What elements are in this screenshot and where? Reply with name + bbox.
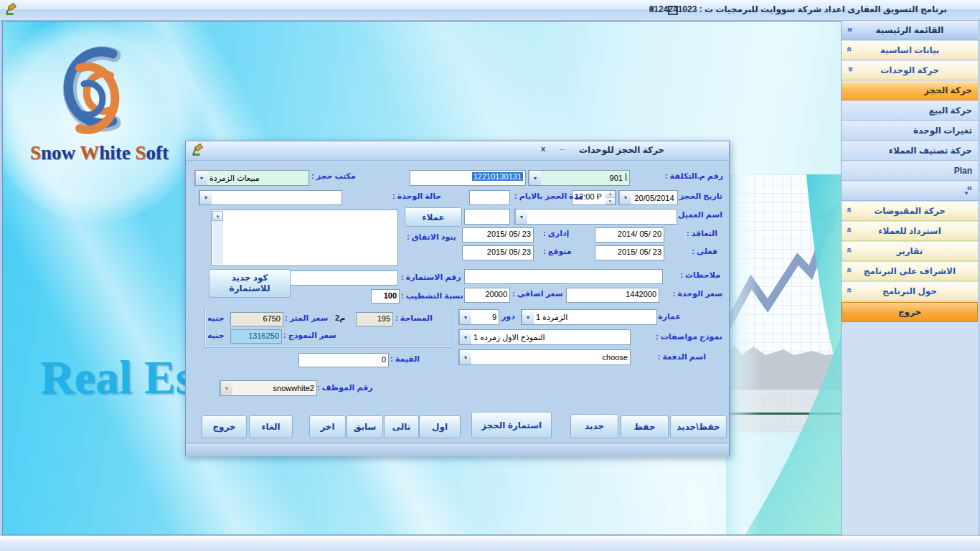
dropdown-arrow-icon[interactable]: ▼ [529,171,541,185]
next-button[interactable]: تالى [384,415,419,438]
first-button[interactable]: اول [419,415,461,438]
building-combobox[interactable]: ▼ الزمردة 1 [521,309,657,325]
save-new-button[interactable]: حفظ\جديد [670,415,727,438]
agreement-terms-listbox[interactable]: ▲ [211,209,398,266]
sidebar-label: تقارير [897,246,923,256]
unit-status-combobox[interactable]: ▼ [199,190,342,205]
dropdown-arrow-icon: ▼ [220,381,232,395]
value-label: القيمة : [390,354,420,364]
notes-input[interactable] [464,269,663,284]
window-titlebar: x _ برنامج التسويق العقارى اعداد شركة سو… [0,0,980,21]
scroll-up-icon[interactable]: ▲ [212,211,223,221]
booking-date-value: 20/05/2014 [631,191,677,204]
expected-date-value[interactable]: 2015/ 05/ 23 [462,245,534,260]
employee-value: snowwhite2 [232,381,316,395]
save-button[interactable]: حفظ [621,415,669,438]
sidebar-item-program-supervision[interactable]: »الاشراف على البرنامج [842,262,978,281]
sidebar-item-about-program[interactable]: »حول البرنامج [842,282,978,301]
cancel-button[interactable]: الغاء [249,415,293,438]
payment-name-combobox[interactable]: ▼ choose [458,349,631,365]
window-title: برنامج التسويق العقارى اعداد شركة سووايت… [649,4,947,14]
sidebar-item-unit-movement[interactable]: »حركة الوحدات [842,61,978,80]
dropdown-arrow-icon[interactable]: ▼ [459,310,471,324]
dropdown-arrow-icon[interactable]: ▼ [522,310,534,324]
client-name-combobox[interactable]: ▼ [514,209,677,225]
dialog-bottom-strip [186,443,729,456]
dropdown-arrow-icon[interactable]: ▼ [195,171,207,185]
clients-button[interactable]: عملاء [405,207,462,227]
status-bar [0,535,980,551]
area-value: 195 [356,312,393,326]
admin-date-value[interactable]: 2015/ 05/ 23 [462,227,534,242]
actual-date-value[interactable]: 2015/ 05/ 23 [595,245,664,260]
chevron-tiny-down-icon: ▼ [963,190,969,197]
admin-date-label: إدارى : [543,229,569,238]
sidebar-item-unit-changes[interactable]: تغيرات الوحدة [842,121,978,141]
sidebar-group-header[interactable]: »▼ [842,182,978,201]
sidebar-label: بيانات اساسية [880,45,940,55]
sidebar-item-plan[interactable]: Plan [842,161,978,181]
dropdown-arrow-icon[interactable]: ▼ [515,209,527,224]
sidebar-item-basic-data[interactable]: »بيانات اساسية [842,41,978,60]
booking-date-picker[interactable]: ▼ 20/05/2014 [618,190,678,205]
spec-model-combobox[interactable]: ▼ النموذج الاول زمرده 1 [458,329,631,345]
unit-price-input[interactable]: 1442000 [566,288,659,303]
sidebar-item-sale-movement[interactable]: حركة البيع [842,101,978,121]
previous-button[interactable]: سابق [347,415,383,438]
chevron-down-icon: » [844,47,855,52]
dialog-gavel-icon [191,144,202,156]
booking-office-combobox[interactable]: ▼ مبيعات الزمردة [194,170,309,186]
dropdown-arrow-icon[interactable]: ▼ [459,330,471,344]
booking-form-button[interactable]: استمارة الحجز [471,412,552,438]
spec-model-value: النموذج الاول زمرده 1 [471,330,630,344]
value-input[interactable]: 0 [298,353,389,367]
booking-dialog: x _ حركة الحجز للوحدات رقم م.التكلفة : ▼… [185,141,730,456]
unit-status-label: حالة الوحدة : [392,192,441,201]
extra-price-input[interactable]: 20000 [464,288,510,303]
dropdown-arrow-icon[interactable]: ▼ [199,191,212,204]
sidebar-item-client-classification[interactable]: حركة تصنيف العملاء [842,141,978,161]
sidebar-label: الاشراف على البرنامج [864,266,956,276]
agreement-terms-label: بنود الاتفاق : [407,232,456,242]
dropdown-arrow-icon[interactable]: ▼ [459,350,471,364]
exit-button[interactable]: خروج [202,415,247,438]
currency-label: جنيه [207,331,225,340]
sidebar-item-booking-movement[interactable]: حركة الحجز [842,81,978,100]
spin-up-icon[interactable]: ▲ [606,191,615,198]
finishing-percent-input[interactable]: 100 [371,289,400,303]
booking-days-input[interactable] [469,190,510,205]
unit-code-input[interactable]: 12210130131 [410,170,526,186]
sidebar-label: حركة الحجز [924,85,972,95]
sidebar-item-main-menu[interactable]: »القائمة الرئيسية [842,21,978,40]
form-number-input[interactable] [286,270,398,286]
client-code-input[interactable] [464,209,510,225]
sidebar-item-receipts[interactable]: »حركة المقبوضات [842,202,978,221]
chevron-left-icon: » [847,24,852,34]
sidebar-label: القائمة الرئيسية [876,25,944,35]
new-button[interactable]: جديد [570,414,618,438]
application-window: x _ برنامج التسويق العقارى اعداد شركة سو… [0,0,980,551]
last-button[interactable]: اخر [309,415,346,438]
chart-graphic [726,174,841,535]
employee-number-label: رقم الموظف : [317,383,373,392]
spin-down-icon[interactable]: ▼ [606,198,615,205]
dialog-close-icon[interactable]: x [541,144,545,153]
chevron-up-icon: » [844,67,855,72]
dropdown-arrow-icon[interactable]: ▼ [619,191,631,204]
sidebar-label: حركة المقبوضات [874,206,946,216]
sidebar-label: حول البرنامج [882,286,937,296]
sidebar-item-client-refund[interactable]: »استرداد للعملاء [842,222,978,241]
dialog-minimize-icon[interactable]: _ [560,141,564,150]
floor-combobox[interactable]: ▼ 9 [458,309,499,325]
meter-price-label: سعر المتر : [285,314,328,323]
employee-combobox[interactable]: ▼ snowwhite2 [220,380,317,396]
contract-date-value[interactable]: 2014/ 05/ 20 [595,227,664,242]
sidebar-item-exit[interactable]: خروج [842,302,978,322]
sidebar-item-reports[interactable]: »تقارير [842,242,978,261]
sidebar-label: Plan [954,166,972,176]
dialog-titlebar: x _ حركة الحجز للوحدات [186,141,729,161]
new-form-code-button[interactable]: كود جديد للاستمارة [209,269,291,298]
cost-center-combobox[interactable]: ▼ 901 أ [528,170,630,186]
currency-label: جنيه [207,314,225,323]
sidebar-label: حركة الوحدات [880,65,939,75]
